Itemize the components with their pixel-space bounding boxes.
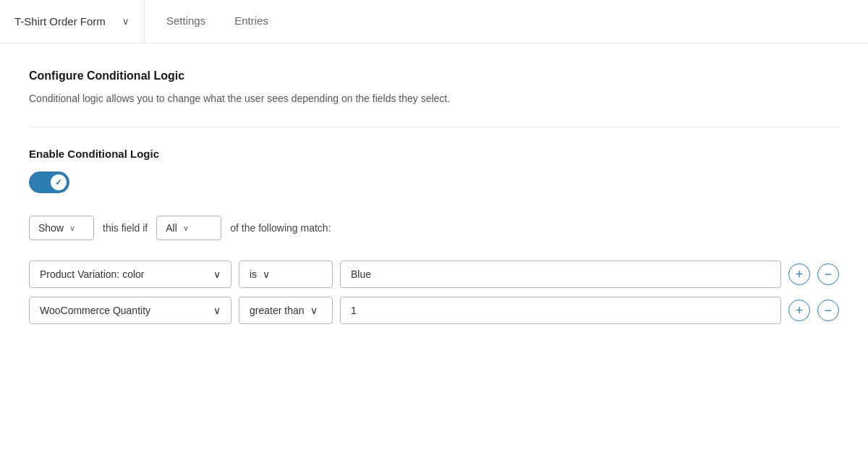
tab-entries[interactable]: Entries (220, 0, 283, 43)
condition-2-value[interactable]: 1 (340, 297, 781, 324)
enable-toggle[interactable]: ✓ (29, 171, 69, 193)
action-chevron-icon: ∨ (69, 224, 75, 233)
condition-2-operator-label: greater than (250, 305, 305, 316)
after-text: of the following match: (230, 222, 331, 234)
condition-2-field-chevron-icon: ∨ (213, 305, 221, 316)
condition-2-add-button[interactable]: + (788, 300, 810, 321)
condition-2-field-label: WooCommerce Quantity (40, 305, 150, 316)
action-select-label: Show (38, 222, 64, 234)
configure-section: Configure Conditional Logic Conditional … (29, 69, 839, 106)
condition-1-operator-select[interactable]: is ∨ (239, 260, 333, 288)
match-select-label: All (166, 222, 177, 234)
check-icon: ✓ (55, 177, 62, 187)
enable-label: Enable Conditional Logic (29, 148, 839, 160)
middle-text: this field if (103, 222, 148, 234)
condition-2-operator-chevron-icon: ∨ (310, 305, 318, 316)
condition-row-2: WooCommerce Quantity ∨ greater than ∨ 1 … (29, 297, 839, 324)
toggle-knob: ✓ (51, 174, 67, 190)
nav-tabs: Settings Entries (145, 0, 283, 43)
condition-1-operator-chevron-icon: ∨ (263, 268, 270, 280)
condition-2-remove-button[interactable]: − (817, 300, 839, 321)
tab-settings[interactable]: Settings (152, 0, 220, 43)
top-nav: T-Shirt Order Form ∨ Settings Entries (0, 0, 868, 43)
condition-2-operator-select[interactable]: greater than ∨ (239, 297, 333, 324)
form-selector-label: T-Shirt Order Form (14, 15, 106, 27)
condition-1-remove-button[interactable]: − (817, 263, 839, 285)
condition-1-field-label: Product Variation: color (40, 268, 144, 280)
enable-section: Enable Conditional Logic ✓ (29, 148, 839, 195)
section-divider (29, 127, 839, 127)
form-selector[interactable]: T-Shirt Order Form ∨ (0, 0, 145, 43)
chevron-down-icon: ∨ (122, 16, 129, 27)
condition-row-1: Product Variation: color ∨ is ∨ Blue + − (29, 260, 839, 288)
logic-builder-row: Show ∨ this field if All ∨ of the follow… (29, 216, 839, 240)
condition-2-field-select[interactable]: WooCommerce Quantity ∨ (29, 297, 231, 324)
condition-1-field-select[interactable]: Product Variation: color ∨ (29, 260, 231, 288)
condition-1-add-button[interactable]: + (788, 263, 810, 285)
condition-1-field-chevron-icon: ∨ (213, 268, 221, 280)
condition-1-value[interactable]: Blue (340, 260, 781, 288)
conditions-container: Product Variation: color ∨ is ∨ Blue + −… (29, 260, 839, 324)
action-select[interactable]: Show ∨ (29, 216, 94, 240)
match-chevron-icon: ∨ (183, 224, 189, 233)
configure-title: Configure Conditional Logic (29, 69, 839, 82)
toggle-container: ✓ (29, 171, 839, 195)
condition-1-operator-label: is (250, 268, 257, 280)
match-select[interactable]: All ∨ (156, 216, 221, 240)
configure-description: Conditional logic allows you to change w… (29, 91, 839, 106)
main-content: Configure Conditional Logic Conditional … (0, 43, 868, 350)
